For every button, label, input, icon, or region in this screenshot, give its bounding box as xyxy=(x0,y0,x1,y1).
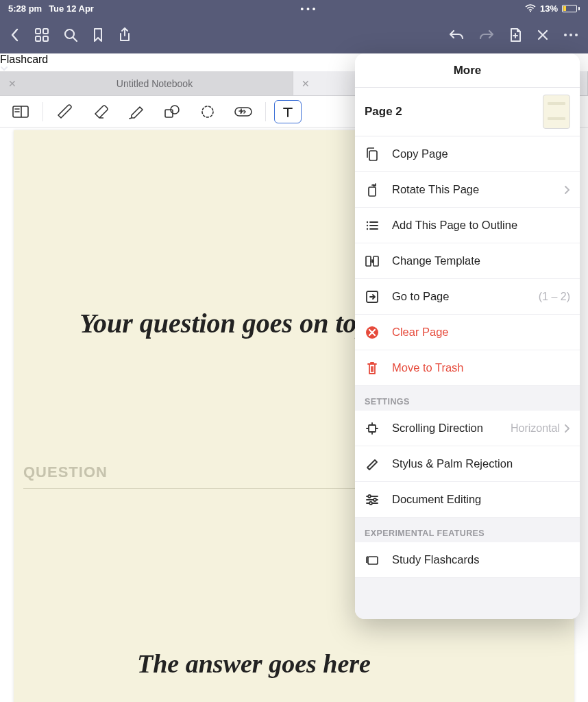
svg-rect-20 xyxy=(373,256,378,266)
scrolling-direction-value: Horizontal xyxy=(511,422,560,435)
trash-icon xyxy=(365,361,380,376)
status-date: Tue 12 Apr xyxy=(49,3,94,14)
change-template-item[interactable]: Change Template xyxy=(355,243,580,279)
eraser-tool[interactable] xyxy=(87,100,114,123)
svg-rect-15 xyxy=(369,187,376,196)
bookmark-button[interactable] xyxy=(92,27,104,43)
svg-rect-10 xyxy=(165,110,173,117)
template-icon xyxy=(365,254,380,268)
question-text[interactable]: Your question goes on top xyxy=(79,307,371,339)
svg-point-17 xyxy=(367,224,368,226)
goto-page-item[interactable]: Go to Page (1 – 2) xyxy=(355,279,580,315)
clear-page-item[interactable]: Clear Page xyxy=(355,315,580,350)
svg-rect-2 xyxy=(43,29,48,34)
undo-button[interactable] xyxy=(448,28,465,42)
add-outline-label: Add This Page to Outline xyxy=(392,219,570,232)
more-button[interactable] xyxy=(563,32,578,38)
page-label: Page 2 xyxy=(365,105,543,119)
svg-point-26 xyxy=(369,502,372,505)
clear-page-label: Clear Page xyxy=(392,326,570,339)
copy-icon xyxy=(365,147,380,162)
rotate-page-label: Rotate This Page xyxy=(392,183,552,196)
flashcards-icon xyxy=(365,554,380,566)
svg-point-12 xyxy=(202,106,213,117)
page-thumbnail[interactable] xyxy=(543,95,570,129)
study-flashcards-item[interactable]: Study Flashcards xyxy=(355,542,580,578)
elements-tool[interactable] xyxy=(230,100,257,123)
answer-text[interactable]: The answer goes here xyxy=(137,649,371,679)
chevron-right-icon xyxy=(564,185,570,195)
copy-page-item[interactable]: Copy Page xyxy=(355,136,580,172)
goto-icon xyxy=(365,290,380,304)
readonly-tool[interactable] xyxy=(7,100,34,123)
svg-point-18 xyxy=(367,228,368,229)
popover-title: More xyxy=(355,53,580,88)
goto-page-range: (1 – 2) xyxy=(539,291,570,303)
page-info-row: Page 2 xyxy=(355,88,580,136)
rotate-page-item[interactable]: Rotate This Page xyxy=(355,172,580,208)
svg-rect-4 xyxy=(43,36,48,41)
study-flashcards-label: Study Flashcards xyxy=(392,553,570,566)
back-button[interactable] xyxy=(10,27,21,43)
move-to-trash-label: Move to Trash xyxy=(392,361,570,374)
stylus-palm-item[interactable]: Stylus & Palm Rejection xyxy=(355,446,580,482)
tab-notebook[interactable]: ✕ Untitled Notebook xyxy=(0,71,293,95)
outline-icon xyxy=(365,220,380,231)
svg-rect-3 xyxy=(36,36,40,41)
stylus-palm-label: Stylus & Palm Rejection xyxy=(392,457,570,470)
close-editor-button[interactable] xyxy=(536,28,550,42)
svg-rect-14 xyxy=(369,151,377,160)
app-switcher-indicator[interactable]: ••• xyxy=(94,3,525,14)
pen-tool[interactable] xyxy=(51,100,79,123)
highlighter-tool[interactable] xyxy=(123,100,150,123)
rotate-icon xyxy=(365,182,380,197)
add-outline-item[interactable]: Add This Page to Outline xyxy=(355,208,580,243)
add-page-button[interactable] xyxy=(509,27,522,43)
wifi-icon xyxy=(525,4,536,12)
svg-rect-1 xyxy=(36,29,40,34)
settings-section-header: SETTINGS xyxy=(355,386,580,411)
svg-point-16 xyxy=(367,221,368,222)
svg-point-25 xyxy=(373,498,376,501)
share-button[interactable] xyxy=(118,27,132,43)
tab-label: Untitled Notebook xyxy=(25,78,284,89)
svg-point-7 xyxy=(569,34,572,36)
lasso-tool[interactable] xyxy=(194,100,221,123)
search-button[interactable] xyxy=(63,27,78,43)
svg-point-6 xyxy=(564,34,567,36)
more-popover: More Page 2 Copy Page Rotate This Page A… xyxy=(355,53,580,619)
stylus-icon xyxy=(365,457,380,471)
sliders-icon xyxy=(365,494,380,505)
copy-page-label: Copy Page xyxy=(392,147,570,160)
chevron-right-icon xyxy=(564,424,570,433)
battery-icon xyxy=(562,5,580,12)
status-time: 5:28 pm xyxy=(8,3,42,14)
scrolling-direction-label: Scrolling Direction xyxy=(392,422,498,435)
goto-page-label: Go to Page xyxy=(392,290,526,303)
tab-close-button[interactable]: ✕ xyxy=(8,78,16,89)
status-bar: 5:28 pm Tue 12 Apr ••• 13% xyxy=(0,0,588,16)
text-tool[interactable] xyxy=(274,100,302,123)
change-template-label: Change Template xyxy=(392,254,570,267)
top-nav xyxy=(0,16,588,53)
battery-pct: 13% xyxy=(540,3,558,14)
document-editing-label: Document Editing xyxy=(392,493,570,506)
scrolling-direction-item[interactable]: Scrolling Direction Horizontal xyxy=(355,411,580,446)
scroll-direction-icon xyxy=(365,422,380,435)
svg-rect-19 xyxy=(366,256,371,266)
chevron-down-icon xyxy=(0,66,8,71)
svg-point-0 xyxy=(530,11,531,12)
shapes-tool[interactable] xyxy=(158,100,186,123)
tab-close-button[interactable]: ✕ xyxy=(302,78,310,89)
svg-point-8 xyxy=(575,34,578,36)
move-to-trash-item[interactable]: Move to Trash xyxy=(355,350,580,386)
svg-rect-27 xyxy=(368,557,378,564)
experimental-section-header: EXPERIMENTAL FEATURES xyxy=(355,518,580,542)
document-title: Flashcard xyxy=(0,53,48,65)
document-editing-item[interactable]: Document Editing xyxy=(355,482,580,518)
redo-button[interactable] xyxy=(478,28,495,42)
svg-rect-23 xyxy=(369,425,376,432)
clear-icon xyxy=(365,326,380,339)
grid-view-button[interactable] xyxy=(34,27,49,43)
svg-point-24 xyxy=(368,495,371,498)
